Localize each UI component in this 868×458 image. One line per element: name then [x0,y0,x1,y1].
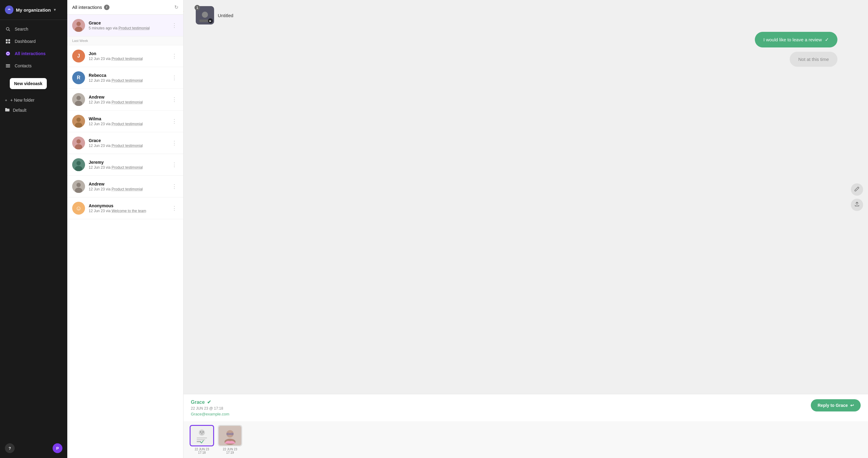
interaction-item-anonymous[interactable]: ☺ Anonymous 12 Jun 23 via Welcome to the… [67,198,183,219]
interaction-more-wilma[interactable]: ⋮ [170,117,178,126]
video-title: Untitled [218,13,234,18]
org-icon [5,5,13,14]
sidebar-item-dashboard[interactable]: Dashboard [0,35,67,48]
interaction-item-andrew1[interactable]: Andrew 12 Jun 23 via Product testimonial… [67,89,183,111]
choices-area: I would like to leave a review ✓ Not at … [196,32,837,67]
form-link-anonymous[interactable]: Welcome to the team [112,209,146,213]
info-icon: i [104,5,110,10]
default-folder-label: Default [13,108,26,113]
interaction-item-wilma[interactable]: Wilma 12 Jun 23 via Product testimonial … [67,111,183,132]
thumb-label-2: 22 JUN 2317:19 [223,448,237,454]
interaction-meta-grace-week: 12 Jun 23 via Product testimonial [89,144,167,148]
interaction-more-grace-week[interactable]: ⋮ [170,138,178,148]
svg-line-3 [9,30,10,31]
share-button[interactable] [851,199,863,211]
org-selector[interactable]: My organization ▾ [0,0,67,20]
interaction-meta-jeremy: 12 Jun 23 via Product testimonial [89,165,167,170]
interaction-meta: 5 minutes ago via Product testimonial [89,26,167,30]
svg-point-30 [76,183,81,187]
video-badge: 1 [194,5,200,10]
new-videoask-button[interactable]: New videoask [10,78,47,89]
thumb-img-2[interactable] [218,425,242,447]
interaction-meta-andrew2: 12 Jun 23 via Product testimonial [89,187,167,191]
form-link-jeremy[interactable]: Product testimonial [112,165,143,170]
interaction-name-wilma: Wilma [89,116,167,121]
interaction-info-grace-recent: Grace 5 minutes ago via Product testimon… [89,21,167,30]
avatar-grace-recent [72,19,85,32]
sidebar-item-search[interactable]: Search [0,23,67,35]
edit-button[interactable] [851,183,863,196]
thumb-card-2[interactable]: 22 JUN 2317:19 [218,425,242,454]
interaction-info-andrew2: Andrew 12 Jun 23 via Product testimonial [89,181,167,191]
svg-point-38 [200,431,201,433]
svg-point-34 [202,11,208,18]
sidebar-item-all-interactions[interactable]: All interactions [0,48,67,60]
svg-rect-13 [9,65,10,66]
avatar-andrew1 [72,93,85,106]
interaction-name-grace-week: Grace [89,138,167,143]
default-folder-item[interactable]: Default [0,105,67,115]
interaction-name-andrew1: Andrew [89,94,167,99]
form-link-wilma[interactable]: Product testimonial [112,122,143,126]
svg-point-27 [76,161,81,165]
interaction-item-jon[interactable]: J Jon 12 Jun 23 via Product testimonial … [67,45,183,67]
svg-point-1 [9,9,10,10]
choice-leave-review[interactable]: I would like to leave a review ✓ [755,32,837,48]
interaction-item-rebecca[interactable]: R Rebecca 12 Jun 23 via Product testimon… [67,67,183,89]
svg-point-15 [76,22,81,26]
interaction-more-jeremy[interactable]: ⋮ [170,160,178,169]
choice-selected-label: I would like to leave a review [764,37,822,42]
svg-rect-4 [6,39,8,41]
form-link-andrew1[interactable]: Product testimonial [112,100,143,105]
interaction-meta-andrew1: 12 Jun 23 via Product testimonial [89,100,167,105]
form-link-rebecca[interactable]: Product testimonial [112,78,143,83]
form-link-jon[interactable]: Product testimonial [112,57,143,61]
form-link-grace-week[interactable]: Product testimonial [112,144,143,148]
user-avatar[interactable]: P [53,443,62,453]
refresh-icon[interactable]: ↻ [174,4,178,10]
interaction-more-btn[interactable]: ⋮ [170,21,178,30]
svg-rect-7 [8,41,10,44]
sidebar-nav: Search Dashboard All interactions [0,20,67,438]
thumb-img-1[interactable] [190,425,214,447]
svg-point-24 [76,139,81,144]
interaction-info-wilma: Wilma 12 Jun 23 via Product testimonial [89,116,167,126]
thumb-card-1[interactable]: 22 JUN 2317:18 [190,425,214,454]
help-button[interactable]: ? [5,443,15,453]
form-link[interactable]: Product testimonial [118,26,150,30]
sidebar-item-contacts[interactable]: Contacts [0,60,67,72]
svg-rect-41 [197,439,205,440]
interaction-meta-jon: 12 Jun 23 via Product testimonial [89,57,167,61]
interaction-more-andrew1[interactable]: ⋮ [170,95,178,104]
interaction-meta-rebecca: 12 Jun 23 via Product testimonial [89,78,167,83]
interaction-more-rebecca[interactable]: ⋮ [170,73,178,82]
new-folder-item[interactable]: + + New folder [0,95,67,105]
interaction-more-jon[interactable]: ⋮ [170,52,178,61]
interaction-info-rebecca: Rebecca 12 Jun 23 via Product testimonia… [89,73,167,83]
video-thumbnail-top[interactable]: ▶ 1 [196,6,214,25]
form-link-andrew2[interactable]: Product testimonial [112,187,143,191]
interaction-meta-anonymous: 12 Jun 23 via Welcome to the team [89,209,167,213]
interaction-name-andrew2: Andrew [89,181,167,187]
interaction-item-grace-recent[interactable]: Grace 5 minutes ago via Product testimon… [67,15,183,36]
interaction-item-andrew2[interactable]: Andrew 12 Jun 23 via Product testimonial… [67,176,183,198]
action-buttons [851,183,863,211]
section-label-last-week: Last Week [67,36,183,45]
sidebar-item-search-label: Search [15,27,28,31]
interactions-header: All interactions i ↻ [67,0,183,15]
interaction-item-grace-week[interactable]: Grace 12 Jun 23 via Product testimonial … [67,132,183,154]
interaction-more-anonymous[interactable]: ⋮ [170,204,178,213]
thumbnails-row: 22 JUN 2317:18 [184,421,868,458]
new-folder-label: + New folder [10,98,35,103]
avatar-rebecca: R [72,71,85,84]
avatar-jeremy [72,158,85,171]
avatar-grace-week [72,137,85,149]
video-header: ▶ 1 Untitled [196,6,856,25]
sidebar-bottom: ? P [0,438,67,458]
choice-not-now[interactable]: Not at this time [790,52,837,67]
interaction-item-jeremy[interactable]: Jeremy 12 Jun 23 via Product testimonial… [67,154,183,176]
reply-to-grace-button[interactable]: Reply to Grace ↩ [811,399,861,411]
interaction-name: Grace [89,21,167,25]
interaction-more-andrew2[interactable]: ⋮ [170,182,178,191]
interactions-panel: All interactions i ↻ Grace 5 minutes ago… [67,0,184,458]
